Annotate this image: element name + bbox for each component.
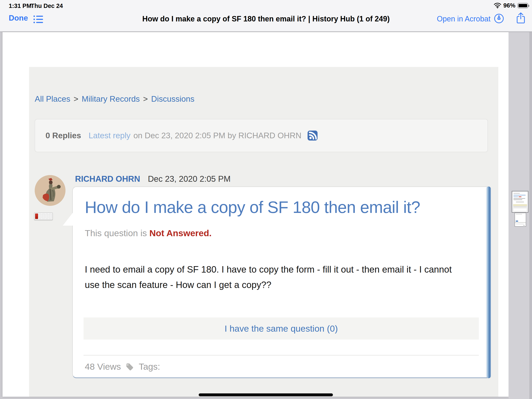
- home-indicator[interactable]: [199, 393, 333, 396]
- page-thumbnails-sidebar: [508, 32, 532, 399]
- page-thumbnail-next[interactable]: [514, 213, 526, 227]
- replies-count: 0 Replies: [45, 131, 81, 140]
- page-thumbnail-current[interactable]: [512, 191, 528, 213]
- wifi-icon: [494, 3, 501, 8]
- question-body: I need to email a copy of SF 180. I have…: [85, 262, 461, 293]
- post-date: Dec 23, 2020 2:05 PM: [148, 174, 230, 183]
- ipad-screen: 1:31 PM Thu Dec 24 96% Done: [0, 0, 532, 399]
- breadcrumb-all-places[interactable]: All Places: [35, 94, 70, 103]
- latest-reply-detail: on Dec 23, 2020 2:05 PM by RICHARD OHRN: [133, 131, 302, 140]
- sidebar-edge: [529, 32, 532, 399]
- question-post-bubble: How do I make a copy of SF 180 then emai…: [72, 187, 490, 378]
- post-author-link[interactable]: RICHARD OHRN: [75, 174, 140, 183]
- post-footer-divider: [83, 355, 479, 355]
- rss-feed-icon[interactable]: [308, 131, 317, 141]
- not-answered-badge: Not Answered.: [149, 228, 212, 238]
- question-status-line: This question isNot Answered.: [85, 228, 212, 238]
- reply-summary-bar: 0 Replies Latest reply on Dec 23, 2020 2…: [35, 119, 488, 152]
- breadcrumb: All Places>Military Records>Discussions: [35, 94, 194, 103]
- question-status-prefix: This question is: [85, 228, 147, 238]
- open-in-acrobat-button[interactable]: Open in Acrobat: [437, 14, 490, 23]
- pdf-page: All Places>Military Records>Discussions …: [2, 32, 508, 397]
- status-time: 1:31 PM: [9, 2, 32, 9]
- breadcrumb-separator: >: [143, 94, 148, 103]
- top-chrome: 1:31 PM Thu Dec 24 96% Done: [0, 0, 532, 32]
- tags-label: Tags:: [139, 361, 160, 372]
- markup-button[interactable]: [494, 13, 504, 24]
- tag-icon: [126, 362, 134, 371]
- user-status-level-indicator: [34, 212, 53, 220]
- breadcrumb-discussions[interactable]: Discussions: [151, 94, 194, 103]
- post-footer: 48 Views Tags:: [85, 361, 160, 372]
- status-right-cluster: 96%: [494, 2, 528, 9]
- battery-percent: 96%: [503, 2, 515, 9]
- battery-icon: [518, 3, 528, 8]
- breadcrumb-separator: >: [74, 94, 78, 103]
- view-count: 48 Views: [85, 361, 121, 372]
- bubble-accent-edge: [486, 187, 491, 378]
- share-button[interactable]: [516, 12, 526, 24]
- post-header: RICHARD OHRN Dec 23, 2020 2:05 PM: [75, 174, 230, 184]
- avatar[interactable]: [35, 175, 65, 206]
- status-date: Thu Dec 24: [31, 2, 63, 9]
- latest-reply-link[interactable]: Latest reply: [89, 131, 131, 140]
- same-question-button[interactable]: I have the same question (0): [83, 317, 479, 340]
- breadcrumb-military-records[interactable]: Military Records: [82, 94, 140, 103]
- question-title: How do I make a copy of SF 180 then emai…: [85, 198, 475, 217]
